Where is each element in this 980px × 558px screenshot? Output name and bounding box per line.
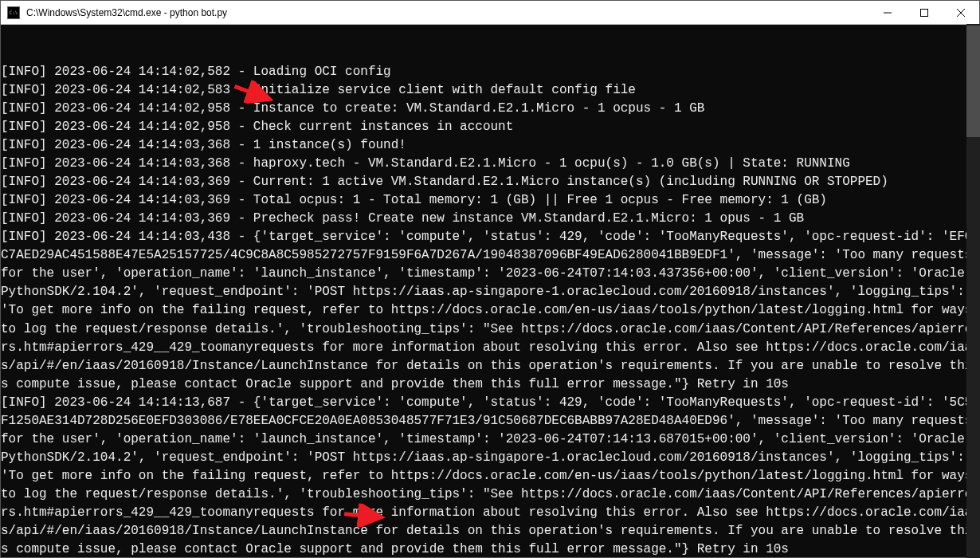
- terminal-output[interactable]: [INFO] 2023-06-24 14:14:02,582 - Loading…: [1, 25, 979, 557]
- terminal-content: [INFO] 2023-06-24 14:14:02,582 - Loading…: [1, 63, 976, 557]
- cmd-window: C:\Windows\System32\cmd.exe - python bot…: [0, 0, 980, 558]
- window-title: C:\Windows\System32\cmd.exe - python bot…: [26, 7, 227, 18]
- maximize-button[interactable]: [906, 1, 943, 25]
- svg-rect-1: [921, 10, 928, 17]
- cmd-icon: [7, 6, 20, 19]
- scrollbar-thumb[interactable]: [966, 26, 980, 137]
- window-controls: [869, 1, 979, 25]
- titlebar[interactable]: C:\Windows\System32\cmd.exe - python bot…: [1, 1, 979, 25]
- close-button[interactable]: [943, 1, 979, 25]
- minimize-button[interactable]: [869, 1, 906, 25]
- vertical-scrollbar[interactable]: [966, 24, 980, 558]
